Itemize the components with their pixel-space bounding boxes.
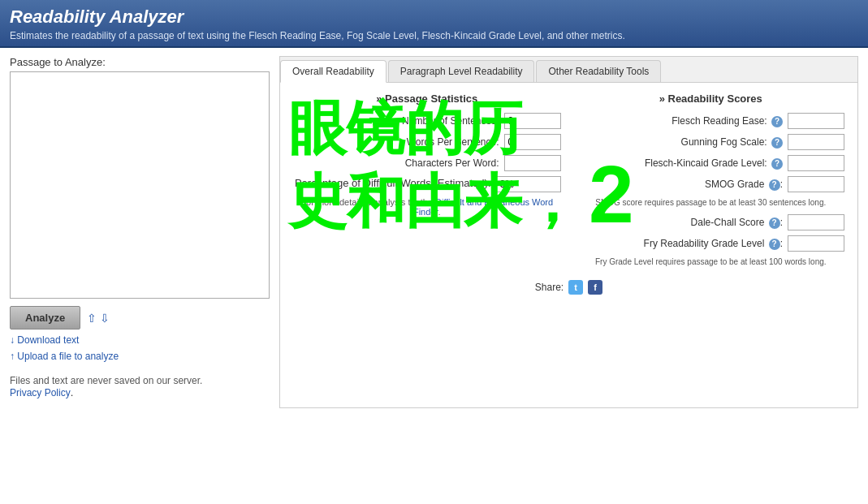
page-header: Readability Analyzer Estimates the reada…	[0, 0, 868, 48]
flesch-label: Flesch Reading Ease: ?	[577, 115, 788, 127]
page-description: Estimates the readability of a passage o…	[10, 30, 858, 41]
fog-label: Gunning Fog Scale: ?	[577, 136, 788, 149]
smog-note: SMOG score requires passage to be at lea…	[577, 197, 845, 208]
readability-scores-title: Readability Scores	[577, 93, 845, 105]
fog-help-icon[interactable]: ?	[771, 137, 783, 149]
tab-overall-readability[interactable]: Overall Readability	[280, 60, 386, 83]
fk-grade-help-icon[interactable]: ?	[771, 158, 783, 170]
passage-textarea[interactable]	[10, 71, 270, 299]
arrow-buttons: ⇧ ⇩	[87, 312, 110, 325]
tab-content: 眼镜的历 史和由来， 2 Passage Statistics Number o…	[280, 83, 857, 407]
dale-chall-label: Dale-Chall Score ?:	[577, 217, 788, 229]
facebook-icon[interactable]: f	[588, 280, 602, 295]
smog-row: SMOG Grade ?:	[577, 176, 845, 192]
sentences-value[interactable]	[504, 113, 561, 129]
passage-label: Passage to Analyze:	[10, 56, 270, 68]
difficult-words-row: Percentage of Difficult Words (Estimated…	[293, 176, 561, 192]
dale-chall-help-icon[interactable]: ?	[769, 218, 780, 229]
difficult-words-label: Percentage of Difficult Words (Estimated…	[293, 176, 496, 191]
words-per-sentence-value[interactable]	[504, 134, 561, 150]
flesch-value[interactable]	[788, 113, 844, 129]
page-title: Readability Analyzer	[10, 6, 858, 28]
passage-stats-column: Passage Statistics Number of Sentences: …	[293, 93, 561, 267]
words-per-sentence-row: Words Per Sentence:	[293, 134, 561, 150]
fry-row: Fry Readability Grade Level ?:	[577, 235, 845, 252]
right-panel: Overall Readability Paragraph Level Read…	[279, 56, 858, 408]
down-arrow-button[interactable]: ⇩	[100, 312, 110, 325]
difficult-words-value[interactable]	[496, 176, 561, 192]
tab-other-tools[interactable]: Other Readability Tools	[536, 60, 661, 82]
smog-help-icon[interactable]: ?	[769, 179, 780, 191]
passage-stats-title: Passage Statistics	[293, 93, 561, 105]
fk-grade-value[interactable]	[788, 155, 844, 171]
word-finder-link[interactable]: Difficult and Extraneous Word Finder	[413, 197, 553, 217]
footer-text: Files and text are never saved on our se…	[10, 375, 270, 386]
main-layout: Passage to Analyze: Analyze ⇧ ⇩ Download…	[0, 48, 868, 416]
fry-note: Fry Grade Level requires passage to be a…	[577, 256, 845, 267]
twitter-icon[interactable]: t	[568, 280, 583, 295]
fry-value[interactable]	[788, 235, 844, 252]
more-analysis-text: For more detailed analysis try the Diffi…	[293, 197, 561, 217]
analyze-row: Analyze ⇧ ⇩	[10, 306, 270, 330]
smog-value[interactable]	[788, 176, 844, 192]
fk-grade-label: Flesch-Kincaid Grade Level: ?	[577, 157, 788, 170]
share-label: Share:	[535, 282, 564, 293]
fry-label: Fry Readability Grade Level ?:	[577, 238, 788, 250]
fk-grade-row: Flesch-Kincaid Grade Level: ?	[577, 155, 845, 171]
flesch-help-icon[interactable]: ?	[771, 116, 783, 127]
left-panel: Passage to Analyze: Analyze ⇧ ⇩ Download…	[10, 56, 270, 408]
words-per-sentence-label: Words Per Sentence:	[293, 136, 504, 148]
chars-per-word-row: Characters Per Word:	[293, 155, 561, 171]
fry-help-icon[interactable]: ?	[769, 239, 780, 250]
stats-container: Passage Statistics Number of Sentences: …	[293, 93, 844, 267]
fog-value[interactable]	[788, 134, 844, 150]
share-row: Share: t f	[293, 280, 844, 295]
sentences-label: Number of Sentences:	[293, 115, 504, 127]
dale-chall-row: Dale-Chall Score ?:	[577, 214, 845, 230]
analyze-button[interactable]: Analyze	[10, 306, 80, 330]
chars-per-word-label: Characters Per Word:	[293, 157, 504, 169]
readability-scores-column: Readability Scores Flesch Reading Ease: …	[577, 93, 845, 267]
fog-row: Gunning Fog Scale: ?	[577, 134, 845, 150]
download-text-link[interactable]: Download text	[10, 334, 270, 346]
upload-file-link[interactable]: Upload a file to analyze	[10, 351, 270, 362]
chars-per-word-value[interactable]	[504, 155, 561, 171]
smog-label: SMOG Grade ?:	[577, 179, 788, 191]
privacy-policy-link[interactable]: Privacy Policy	[10, 387, 71, 398]
up-arrow-button[interactable]: ⇧	[87, 312, 97, 325]
dale-chall-value[interactable]	[788, 214, 844, 230]
difficult-words-value-col	[496, 176, 561, 192]
flesch-row: Flesch Reading Ease: ?	[577, 113, 845, 129]
sentences-row: Number of Sentences:	[293, 113, 561, 129]
tab-paragraph-readability[interactable]: Paragraph Level Readability	[388, 60, 535, 82]
tabs-bar: Overall Readability Paragraph Level Read…	[280, 57, 857, 83]
